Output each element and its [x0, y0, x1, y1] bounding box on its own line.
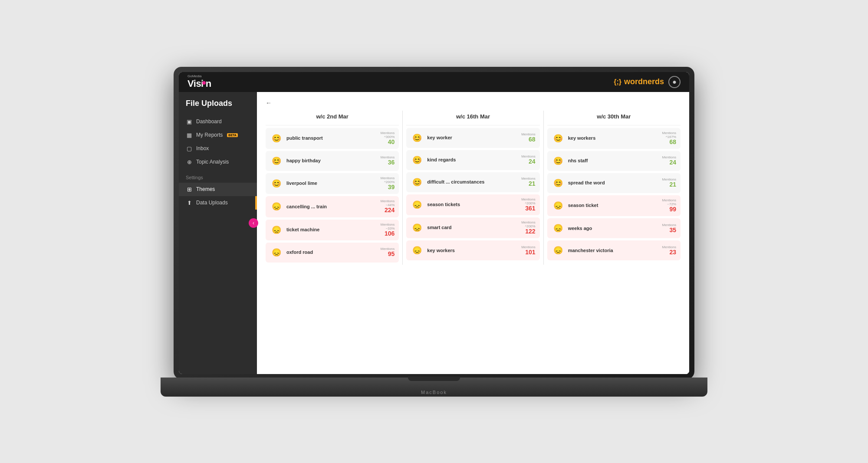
sentiment-emoji: 😞 [411, 221, 424, 234]
settings-section-title: Settings [179, 169, 257, 183]
mention-card[interactable]: 😊 spread the word Mentions 21 [547, 173, 681, 193]
sentiment-emoji: 😞 [270, 246, 283, 259]
wordnerds-text: wordnerds [624, 77, 664, 86]
mention-info: liverpool lime [286, 181, 377, 186]
mention-info: public transport [286, 135, 377, 141]
sidebar-label-topic-analysis: Topic Analysis [196, 159, 229, 165]
mention-card[interactable]: 😞 season tickets Mentions ^200% 361 [406, 194, 539, 215]
mention-term: season ticket [568, 203, 659, 208]
mention-meta: Mentions 21 [521, 177, 535, 187]
sidebar-item-themes[interactable]: ⊞ Themes [179, 183, 257, 196]
mention-term: public transport [286, 135, 377, 141]
sentiment-emoji: 😊 [411, 176, 424, 189]
sidebar-item-inbox[interactable]: ▢ Inbox [179, 142, 257, 155]
mention-card[interactable]: 😊 key worker Mentions 68 [406, 128, 539, 148]
content-panel: ← w/c 2nd Mar 😊 public transport [257, 92, 689, 374]
mention-meta: Mentions 24 [662, 156, 676, 166]
user-icon[interactable]: ● [668, 76, 681, 88]
mention-meta: Mentions ^300% 40 [381, 131, 395, 145]
beta-badge: BETA [227, 133, 238, 137]
sidebar-item-wrapper-data-uploads: ⬆ Data Uploads [179, 196, 257, 210]
mention-card[interactable]: 😞 oxford road Mentions 95 [266, 243, 399, 263]
sentiment-emoji: 😊 [552, 132, 565, 145]
mention-card[interactable]: 😊 kind regards Mentions 24 [406, 150, 539, 170]
top-nav: GoMedia Visin {;} wordnerds ● [179, 72, 689, 92]
mention-card[interactable]: 😞 season ticket Mentions ~72% 99 [547, 195, 681, 216]
sentiment-emoji: 😞 [411, 244, 424, 257]
mention-meta: Mentions 101 [521, 246, 535, 256]
sidebar-item-dashboard[interactable]: ▣ Dashboard [179, 115, 257, 128]
my-reports-icon: ▦ [186, 132, 193, 138]
mention-meta: Mentions 24 [521, 155, 535, 165]
mention-meta: Mentions ~44% 224 [381, 200, 395, 213]
sidebar-item-data-uploads[interactable]: ⬆ Data Uploads [179, 196, 257, 210]
dashboard-icon: ▣ [186, 118, 193, 125]
week-header-3: w/c 30th Mar [547, 111, 681, 125]
mention-term: manchester victoria [568, 248, 659, 253]
mention-card[interactable]: 😊 nhs staff Mentions 24 [547, 151, 681, 171]
mention-info: smart card [427, 225, 518, 230]
sidebar-nav: ▣ Dashboard ▦ My Reports BETA ▢ Inbox [179, 115, 257, 169]
mention-term: happy birthday [286, 158, 377, 164]
mention-card[interactable]: 😊 public transport Mentions ^300% 40 [266, 128, 399, 149]
collapse-sidebar-button[interactable]: ‹ [249, 218, 258, 228]
sentiment-emoji: 😞 [552, 244, 565, 257]
sentiment-emoji: 😊 [270, 132, 283, 145]
week-column-2: w/c 16th Mar 😊 key worker Mentions [406, 111, 539, 265]
wordnerds-brand: {;} wordnerds [614, 77, 664, 86]
back-button[interactable]: ← [266, 99, 272, 106]
mention-card[interactable]: 😊 happy birthday Mentions 36 [266, 151, 399, 171]
mention-info: key worker [427, 135, 518, 141]
mention-info: cancelling ... train [286, 204, 377, 210]
mention-term: smart card [427, 225, 518, 230]
mention-info: manchester victoria [568, 248, 659, 253]
mention-card[interactable]: 😞 weeks ago Mentions 35 [547, 218, 681, 238]
sentiment-emoji: 😞 [270, 223, 283, 236]
mention-meta: Mentions ^167% 68 [662, 131, 676, 145]
mention-meta: Mentions ~72% 99 [662, 199, 676, 213]
mention-card[interactable]: 😞 cancelling ... train Mentions ~44% 224 [266, 196, 399, 217]
sidebar-label-themes: Themes [196, 186, 215, 192]
mention-term: key worker [427, 135, 518, 141]
mention-card[interactable]: 😊 difficult ... circumstances Mentions 2… [406, 172, 539, 192]
logo-gomedia: GoMedia [187, 75, 211, 78]
sidebar: File Uploads ▣ Dashboard ▦ My Reports BE… [179, 92, 257, 374]
mention-info: key workers [568, 135, 659, 141]
mention-term: difficult ... circumstances [427, 179, 518, 185]
content-area: ← w/c 2nd Mar 😊 public transport [257, 92, 689, 374]
inbox-icon: ▢ [186, 145, 193, 152]
mention-card[interactable]: 😞 ticket machine Mentions ~33% 106 [266, 220, 399, 240]
logo-dot [202, 81, 206, 85]
mention-term: kind regards [427, 157, 518, 163]
mention-info: weeks ago [568, 226, 659, 231]
mention-card[interactable]: 😊 liverpool lime Mentions ^200% 39 [266, 173, 399, 194]
sidebar-item-my-reports[interactable]: ▦ My Reports BETA [179, 128, 257, 142]
mention-info: season ticket [568, 203, 659, 208]
mention-term: key workers [427, 248, 518, 253]
main-area: File Uploads ▣ Dashboard ▦ My Reports BE… [179, 92, 689, 374]
themes-icon: ⊞ [186, 186, 193, 193]
wordnerds-icon: {;} [614, 78, 621, 86]
sidebar-settings-nav: ⊞ Themes ⬆ Data Uploads [179, 183, 257, 210]
mention-card[interactable]: 😞 smart card Mentions ^200% 122 [406, 217, 539, 238]
sidebar-item-topic-analysis[interactable]: ⊕ Topic Analysis [179, 155, 257, 169]
mention-card[interactable]: 😞 manchester victoria Mentions 23 [547, 240, 681, 260]
mention-meta: Mentions ~33% 106 [381, 223, 395, 237]
mention-term: liverpool lime [286, 181, 377, 186]
sentiment-emoji: 😊 [270, 154, 283, 167]
mention-info: key workers [427, 248, 518, 253]
sentiment-emoji: 😊 [270, 177, 283, 190]
topic-analysis-icon: ⊕ [186, 159, 193, 165]
col-divider [402, 111, 403, 265]
mention-card[interactable]: 😊 key workers Mentions ^167% 68 [547, 128, 681, 149]
logo-vision: Visin [187, 78, 211, 89]
mention-term: nhs staff [568, 158, 659, 164]
mention-term: cancelling ... train [286, 204, 377, 210]
mention-info: oxford road [286, 250, 377, 255]
mention-term: season tickets [427, 202, 518, 207]
data-uploads-icon: ⬆ [186, 200, 193, 206]
mention-meta: Mentions ^200% 39 [381, 177, 395, 190]
mention-card[interactable]: 😞 key workers Mentions 101 [406, 240, 539, 260]
sentiment-emoji: 😞 [270, 200, 283, 213]
sentiment-emoji: 😞 [552, 222, 565, 235]
